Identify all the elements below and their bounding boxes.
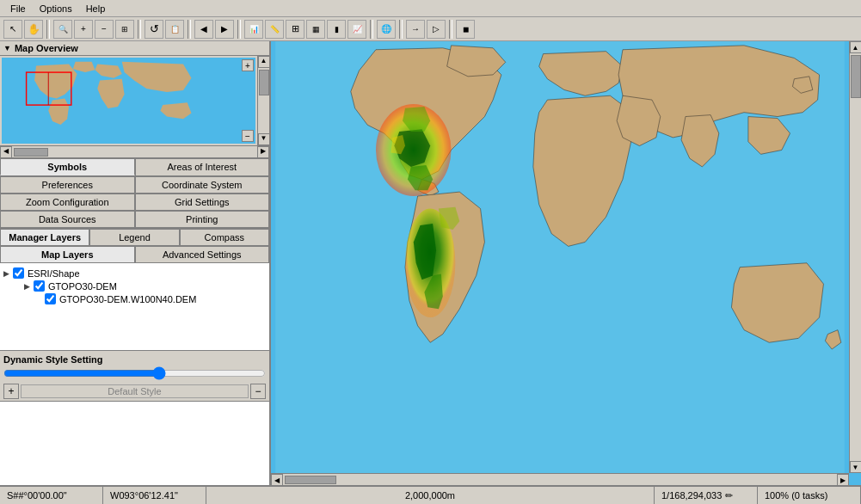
map-scroll-left-btn[interactable]: ◀ xyxy=(271,474,283,486)
globe-btn[interactable]: 🌐 xyxy=(377,20,396,39)
grid-btn[interactable]: ⊞ xyxy=(286,20,304,39)
layer-gtopo30-checkbox[interactable] xyxy=(34,280,45,292)
tab-areas-of-interest[interactable]: Areas of Interest xyxy=(135,158,270,175)
dynamic-style-slider[interactable] xyxy=(3,368,266,378)
style-remove-btn[interactable]: − xyxy=(250,384,266,399)
export-btn[interactable]: 📋 xyxy=(165,20,184,39)
layer-gtopo30-dem[interactable]: ▶ GTOPO30-DEM xyxy=(3,280,266,292)
status-zoom-value: 100% (0 tasks) xyxy=(765,490,827,501)
settings-grid: Preferences Coordinate System Zoom Confi… xyxy=(0,176,269,229)
pan-tool-btn[interactable]: ✋ xyxy=(24,20,43,39)
preferences-btn[interactable]: Preferences xyxy=(0,176,135,194)
data-sources-btn[interactable]: Data Sources xyxy=(0,211,135,228)
printing-btn[interactable]: Printing xyxy=(135,211,270,228)
tabs-row1: Symbols Areas of Interest xyxy=(0,158,269,176)
overview-scroll-right-btn[interactable]: ▶ xyxy=(257,146,269,158)
tab-advanced-settings[interactable]: Advanced Settings xyxy=(135,246,270,262)
layer-gtopo30-dem-file[interactable]: GTOPO30-DEM.W100N40.DEM xyxy=(3,292,266,305)
map-area[interactable]: ▲ ▼ ◀ ▶ xyxy=(271,41,861,485)
map-scroll-down-btn[interactable]: ▼ xyxy=(850,461,862,473)
left-panel: ▼ Map Overview xyxy=(0,41,271,485)
forward-btn[interactable]: ▶ xyxy=(215,20,234,39)
coordinate-system-btn[interactable]: Coordinate System xyxy=(135,176,270,194)
map-vscrollbar[interactable]: ▲ ▼ xyxy=(849,41,861,473)
mini-map-svg xyxy=(2,58,234,139)
menu-help[interactable]: Help xyxy=(79,2,113,15)
overview-zoom-controls: + xyxy=(242,59,254,71)
map-scroll-right-btn[interactable]: ▶ xyxy=(837,474,849,486)
layer-esri-expand-icon[interactable]: ▶ xyxy=(3,269,9,278)
layers-list: ▶ ESRI/Shape ▶ GTOPO30-DEM GTOPO30-DEM.W… xyxy=(0,263,269,350)
grid-settings-btn[interactable]: Grid Settings xyxy=(135,194,270,211)
status-lat-value: S##°00'00.00" xyxy=(7,490,67,501)
map-hscroll-track xyxy=(283,474,837,485)
world-map-svg xyxy=(271,41,849,473)
status-edit-icon[interactable]: ✏ xyxy=(725,490,733,501)
tab-symbols[interactable]: Symbols xyxy=(0,158,135,175)
zoom-configuration-btn[interactable]: Zoom Configuration xyxy=(0,194,135,211)
tab-map-layers[interactable]: Map Layers xyxy=(0,246,135,262)
barchart-btn[interactable]: ▮ xyxy=(327,20,346,39)
back-btn[interactable]: ◀ xyxy=(194,20,213,39)
chart-btn[interactable]: 📊 xyxy=(244,20,263,39)
zoom-extent-btn[interactable]: ⊞ xyxy=(115,20,134,39)
toolbar-sep4 xyxy=(237,20,241,39)
overview-map[interactable]: + − xyxy=(2,58,255,144)
overview-hscrollbar[interactable]: ◀ ▶ xyxy=(0,145,269,157)
toolbar-sep3 xyxy=(188,20,191,39)
toolbar-sep6 xyxy=(399,20,403,39)
map-hscroll-thumb[interactable] xyxy=(285,476,336,484)
overview-scroll-up-btn[interactable]: ▲ xyxy=(258,56,270,68)
status-map-scale: 1/168,294,033 ✏ xyxy=(655,487,758,504)
status-lat: S##°00'00.00" xyxy=(0,487,103,504)
refresh-btn[interactable]: ↺ xyxy=(145,20,163,39)
cursor-tool-btn[interactable]: ↖ xyxy=(3,20,22,39)
tab-manager-layers[interactable]: Manager Layers xyxy=(0,229,89,245)
overview-zoom-out-btn[interactable]: − xyxy=(242,130,254,142)
statusbar: S##°00'00.00" W093°06'12.41" 2,000,000m … xyxy=(0,485,861,504)
status-scale: 2,000,000m xyxy=(206,487,655,504)
overview-hscroll-thumb[interactable] xyxy=(14,148,48,157)
overview-scroll-down-btn[interactable]: ▼ xyxy=(258,133,270,145)
layer-esri-checkbox[interactable] xyxy=(13,267,24,279)
notes-area[interactable] xyxy=(0,401,269,485)
layer-gtopo-expand-icon[interactable]: ▶ xyxy=(24,282,30,291)
toolbar-sep7 xyxy=(449,20,452,39)
style-add-btn[interactable]: + xyxy=(3,384,19,399)
arrow-right-btn[interactable]: → xyxy=(406,20,425,39)
overview-zoom-in-btn[interactable]: + xyxy=(242,59,254,71)
menu-options[interactable]: Options xyxy=(33,2,79,15)
map-vscroll-thumb[interactable] xyxy=(851,55,861,98)
overview-hscroll-track xyxy=(12,146,257,157)
zoom-out-btn[interactable]: − xyxy=(95,20,114,39)
tab-compass[interactable]: Compass xyxy=(180,229,269,245)
layer-gtopo30-file-checkbox[interactable] xyxy=(45,293,56,304)
pointer-btn[interactable]: ▷ xyxy=(427,20,446,39)
linechart-btn[interactable]: 📈 xyxy=(347,20,366,39)
zoom-in-btn[interactable]: + xyxy=(74,20,93,39)
menu-file[interactable]: File xyxy=(3,2,33,15)
toolbar: ↖ ✋ 🔍 + − ⊞ ↺ 📋 ◀ ▶ 📊 📏 ⊞ ▦ ▮ 📈 🌐 → ▷ ◼ xyxy=(0,17,861,41)
dynamic-style-section: Dynamic Style Setting + Default Style − xyxy=(0,350,269,401)
zoom-rect-btn[interactable]: 🔍 xyxy=(53,20,72,39)
overview-vscrollbar[interactable]: ▲ ▼ xyxy=(257,56,269,145)
extra-btn[interactable]: ◼ xyxy=(456,20,475,39)
tab-legend[interactable]: Legend xyxy=(89,229,179,245)
map-hscrollbar[interactable]: ◀ ▶ xyxy=(271,473,849,485)
status-scale-value: 2,000,000m xyxy=(405,490,455,501)
overview-scroll-left-btn[interactable]: ◀ xyxy=(0,146,12,158)
overview-zoom-out-container: − xyxy=(242,130,254,142)
status-lon-value: W093°06'12.41" xyxy=(110,490,178,501)
menubar: File Options Help xyxy=(0,0,861,17)
style-name-display: Default Style xyxy=(21,384,249,398)
layer-esri-label: ESRI/Shape xyxy=(28,268,80,279)
histogram-btn[interactable]: ▦ xyxy=(306,20,325,39)
overview-scroll-thumb[interactable] xyxy=(259,70,269,95)
status-lon: W093°06'12.41" xyxy=(103,487,206,504)
status-zoom: 100% (0 tasks) xyxy=(758,487,861,504)
layer-gtopo30-label: GTOPO30-DEM xyxy=(48,281,117,292)
style-slider-container xyxy=(3,368,266,380)
map-scroll-up-btn[interactable]: ▲ xyxy=(850,41,862,53)
layer-esri-shape[interactable]: ▶ ESRI/Shape xyxy=(3,267,266,280)
measure-btn[interactable]: 📏 xyxy=(265,20,284,39)
